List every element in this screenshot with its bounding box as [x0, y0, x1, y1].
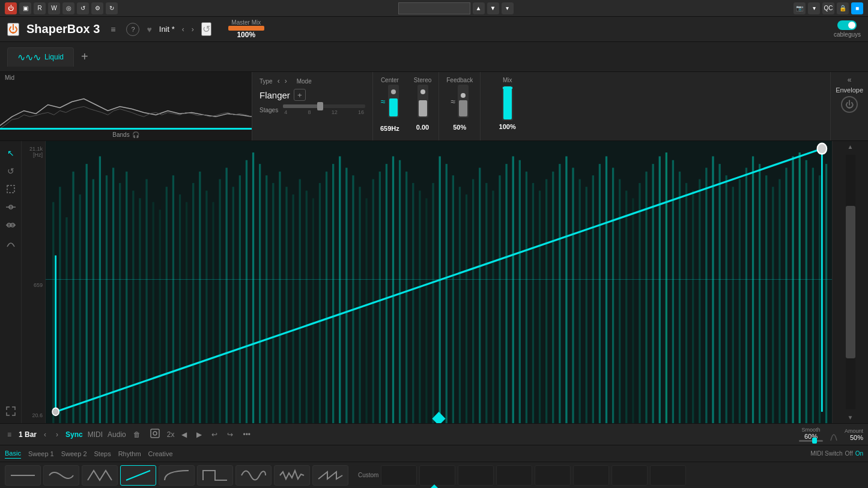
master-mix-section: Master Mix 100% [228, 19, 264, 39]
plugin-power-button[interactable]: ⏻ [7, 23, 19, 36]
tool-node2[interactable] [4, 218, 18, 232]
loop-button[interactable] [148, 427, 162, 441]
os-search-input[interactable] [398, 2, 470, 14]
svg-rect-73 [472, 179, 474, 423]
tool-curve[interactable] [4, 236, 18, 250]
center-slider[interactable] [388, 85, 399, 118]
svg-rect-49 [312, 198, 314, 423]
stereo-label: Stereo [414, 77, 431, 83]
undo-button[interactable]: ↩ [209, 429, 220, 440]
plugin-nav-next[interactable]: › [192, 25, 194, 34]
center-fill [389, 98, 398, 116]
play-prev[interactable]: ◀ [179, 429, 189, 440]
custom-shapes: Custom [358, 465, 686, 486]
custom-shape-7[interactable] [612, 465, 648, 486]
delete-button[interactable]: 🗑 [131, 429, 143, 440]
multiplier-button[interactable]: 2x [167, 430, 175, 439]
stages-slider-area[interactable]: 481216 [283, 104, 365, 115]
shape-noise[interactable] [274, 465, 310, 486]
midi-switch-label: MIDI Switch [810, 450, 842, 457]
tab-add-button[interactable]: + [76, 50, 93, 64]
os-arrow-dropdown[interactable]: ▾ [502, 2, 514, 14]
svg-rect-40 [252, 152, 254, 423]
stages-label: Stages [259, 107, 278, 113]
scrollbar-thumb[interactable] [846, 206, 855, 358]
envelope-power-button[interactable]: ⏻ [841, 96, 858, 113]
type-nav-prev[interactable]: ‹ [278, 77, 280, 85]
shape-square[interactable] [197, 465, 233, 486]
plugin-menu-button[interactable]: ≡ [107, 22, 119, 37]
scrollbar-track[interactable] [846, 155, 855, 409]
tab-creative[interactable]: Creative [148, 449, 173, 459]
transport-menu[interactable]: ≡ [5, 429, 14, 440]
scroll-arrow-up[interactable]: ▲ [833, 141, 868, 152]
svg-rect-111 [726, 175, 727, 423]
tab-basic[interactable]: Basic [5, 448, 21, 459]
os-camera-icon[interactable]: 📷 [794, 2, 806, 14]
custom-shape-2[interactable] [419, 465, 455, 486]
tab-sweep1[interactable]: Sweep 1 [28, 449, 54, 459]
shape-sine[interactable] [43, 465, 79, 486]
tool-select[interactable] [4, 182, 18, 196]
shaper-svg[interactable] [46, 141, 832, 423]
tab-sweep2[interactable]: Sweep 2 [61, 449, 87, 459]
envelope-chevron[interactable]: « [848, 76, 852, 84]
tab-steps[interactable]: Steps [94, 449, 111, 459]
control-point-start[interactable] [52, 408, 59, 416]
smooth-slider[interactable] [799, 440, 823, 442]
svg-rect-97 [632, 198, 634, 423]
more-button[interactable]: ••• [240, 429, 253, 440]
redo-button[interactable]: ↪ [225, 429, 235, 440]
shaper-canvas-container[interactable]: 1/4 2/4 3/4 [46, 141, 832, 423]
tab-liquid[interactable]: ∿∿∿ Liquid [7, 47, 74, 67]
tool-expand[interactable] [4, 404, 18, 418]
sync-button[interactable]: Sync [65, 430, 83, 439]
audio-button[interactable]: Audio [108, 430, 126, 439]
custom-shape-1[interactable] [381, 465, 417, 486]
plugin-header: ⏻ ShaperBox 3 ≡ ? ♥ Init * ‹ › ↺ Master … [0, 17, 868, 42]
svg-rect-123 [806, 160, 807, 423]
shape-triangle[interactable] [82, 465, 118, 486]
shape-flat[interactable] [5, 465, 41, 486]
effect-add-button[interactable]: + [294, 89, 306, 101]
svg-rect-19 [112, 167, 114, 423]
transport-prev[interactable]: ‹ [41, 429, 49, 440]
custom-shape-3[interactable] [458, 465, 494, 486]
midi-switch-on[interactable]: On [855, 450, 863, 457]
scroll-arrow-down[interactable]: ▼ [833, 412, 868, 423]
tool-node1[interactable] [4, 200, 18, 214]
custom-shape-5[interactable] [535, 465, 571, 486]
control-point-end[interactable] [818, 143, 827, 154]
plugin-refresh-button[interactable]: ↺ [201, 22, 211, 36]
type-nav-next[interactable]: › [285, 77, 287, 85]
shape-saw[interactable] [312, 465, 348, 486]
tool-cursor[interactable]: ↖ [4, 146, 18, 160]
tool-rotate[interactable]: ↺ [4, 164, 18, 178]
feedback-slider[interactable] [458, 85, 469, 118]
midi-switch-off[interactable]: Off [845, 450, 853, 457]
mix-slider[interactable] [502, 86, 513, 121]
os-arrow-up[interactable]: ▲ [473, 2, 485, 14]
shape-wave2[interactable] [235, 465, 272, 486]
y-axis: 21.1k[Hz] 659 20.6 [22, 141, 46, 423]
custom-shape-8[interactable] [650, 465, 686, 486]
tab-rhythm[interactable]: Rhythm [118, 449, 141, 459]
custom-shape-6[interactable] [573, 465, 609, 486]
play-button[interactable]: ▶ [194, 429, 204, 440]
mix-label: Mix [503, 77, 512, 83]
cableguys-toggle[interactable] [837, 20, 857, 30]
custom-shape-4[interactable] [496, 465, 532, 486]
plugin-help-button[interactable]: ? [126, 23, 139, 36]
shape-exp[interactable] [159, 465, 195, 486]
stereo-slider[interactable] [417, 85, 428, 118]
svg-rect-58 [372, 179, 374, 423]
custom-label: Custom [358, 472, 378, 478]
plugin-nav-prev[interactable]: ‹ [182, 25, 184, 34]
midi-button[interactable]: MIDI [88, 430, 103, 439]
shape-ramp[interactable] [120, 465, 156, 486]
os-qc-icon: QC [822, 2, 834, 14]
svg-rect-13 [72, 172, 74, 423]
transport-next[interactable]: › [53, 429, 61, 440]
os-arrow-down[interactable]: ▼ [487, 2, 499, 14]
os-dropdown-icon[interactable]: ▾ [808, 2, 820, 14]
